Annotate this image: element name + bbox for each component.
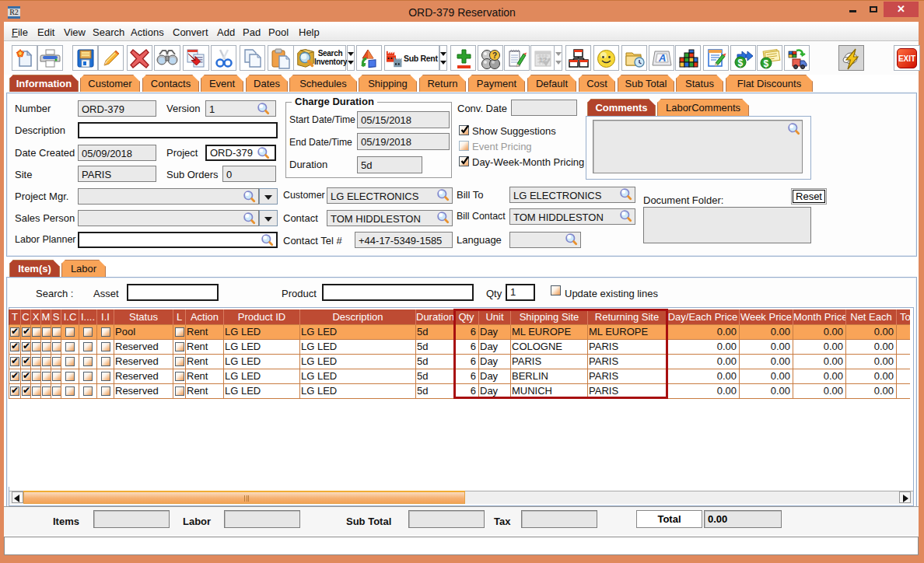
- svg-text:?: ?: [492, 51, 497, 60]
- svg-text:$: $: [763, 58, 768, 69]
- svg-text:A: A: [658, 52, 666, 64]
- svg-text:$: $: [737, 58, 743, 68]
